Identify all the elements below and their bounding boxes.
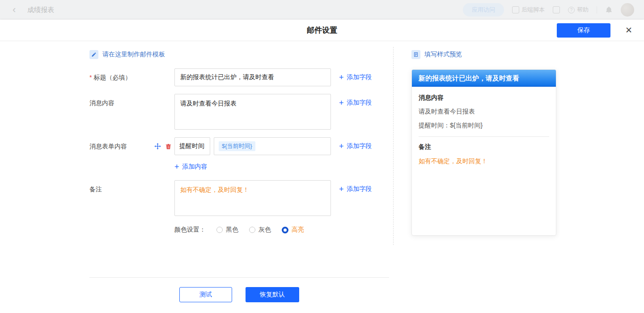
close-icon[interactable]: ✕ xyxy=(625,25,632,35)
backend-script-item[interactable]: 后端脚本 xyxy=(512,6,545,14)
preview-document-icon xyxy=(411,50,420,59)
move-icon[interactable] xyxy=(154,143,161,150)
delete-trash-icon[interactable] xyxy=(165,143,172,150)
plus-icon: + xyxy=(339,142,344,150)
window-icon[interactable] xyxy=(553,6,560,13)
add-field-link-title[interactable]: +添加字段 xyxy=(339,68,372,86)
form-section-header: 请在这里制作邮件模板 xyxy=(89,50,165,59)
footer-buttons: 测试 恢复默认 xyxy=(89,287,389,302)
modal-body: 请在这里制作邮件模板 *标题（必填） +添加字段 消息内容 请及时查看今日报表 … xyxy=(0,41,644,313)
radio-circle-icon[interactable] xyxy=(216,227,223,233)
required-mark: * xyxy=(89,74,92,81)
email-settings-screen: ‹ 成绩报表 应用访问 后端脚本 ? 帮助 邮件设置 xyxy=(0,0,644,313)
bell-icon[interactable] xyxy=(605,6,613,14)
radio-black[interactable]: 黑色 xyxy=(216,226,238,234)
test-button[interactable]: 测试 xyxy=(179,287,232,302)
add-field-link-content[interactable]: +添加字段 xyxy=(339,94,372,112)
plus-icon: + xyxy=(339,185,344,193)
radio-highlight[interactable]: 高亮 xyxy=(282,226,304,234)
app-title: 成绩报表 xyxy=(27,6,54,14)
restore-default-button[interactable]: 恢复默认 xyxy=(246,287,299,302)
variable-tag[interactable]: ${当前时间} xyxy=(219,141,255,151)
preview-card-body: 消息内容 请及时查看今日报表 提醒时间：${当前时间} 备注 如有不确定，及时回… xyxy=(412,87,556,173)
form-section-title: 请在这里制作邮件模板 xyxy=(102,51,165,59)
save-button[interactable]: 保存 xyxy=(557,23,610,38)
preview-section-title: 填写样式预览 xyxy=(424,51,462,59)
form-field-key-input[interactable] xyxy=(174,137,210,155)
content-textarea[interactable]: 请及时查看今日报表 xyxy=(174,94,331,130)
email-template-form: 请在这里制作邮件模板 *标题（必填） +添加字段 消息内容 请及时查看今日报表 … xyxy=(89,41,389,313)
row-action-icons xyxy=(154,137,172,155)
plus-icon: + xyxy=(339,73,344,81)
modal-title: 邮件设置 xyxy=(0,20,644,41)
preview-content-text: 请及时查看今日报表 xyxy=(419,108,549,116)
form-field-value-input[interactable]: ${当前时间} xyxy=(214,137,331,155)
color-settings-label: 颜色设置： xyxy=(174,226,206,234)
edit-pencil-icon xyxy=(89,50,98,59)
preview-time-text: 提醒时间：${当前时间} xyxy=(419,122,549,130)
user-avatar[interactable] xyxy=(621,3,634,17)
title-label: *标题（必填） xyxy=(89,68,131,86)
radio-circle-icon[interactable] xyxy=(249,227,255,233)
topbar-divider xyxy=(597,6,597,13)
app-topbar: ‹ 成绩报表 应用访问 后端脚本 ? 帮助 xyxy=(0,0,644,20)
color-settings-row: 颜色设置： 黑色 灰色 高亮 xyxy=(174,226,304,234)
radio-checked-icon[interactable] xyxy=(282,227,288,233)
form-divider xyxy=(89,277,389,278)
preview-content-label: 消息内容 xyxy=(419,94,549,102)
plus-icon: + xyxy=(339,99,344,107)
help-item[interactable]: ? 帮助 xyxy=(568,6,589,14)
plus-icon: + xyxy=(174,163,179,171)
preview-card-title: 新的报表统计已出炉，请及时查看 xyxy=(412,70,556,87)
preview-section-header: 填写样式预览 xyxy=(411,50,462,59)
modal-header: 邮件设置 保存 ✕ xyxy=(0,20,644,41)
help-icon: ? xyxy=(568,7,575,13)
back-icon[interactable]: ‹ xyxy=(13,0,16,20)
script-icon xyxy=(512,6,519,13)
form-content-label: 消息表单内容 xyxy=(89,137,127,155)
content-label: 消息内容 xyxy=(89,94,114,112)
remark-textarea[interactable]: 如有不确定，及时回复！ xyxy=(174,180,331,216)
radio-gray[interactable]: 灰色 xyxy=(249,226,271,234)
app-access-button[interactable]: 应用访问 xyxy=(463,3,504,17)
add-field-link-form[interactable]: +添加字段 xyxy=(339,137,372,155)
add-field-link-remark[interactable]: +添加字段 xyxy=(339,180,372,198)
preview-divider xyxy=(419,136,549,137)
add-content-link[interactable]: +添加内容 xyxy=(174,162,208,172)
vertical-divider xyxy=(393,47,394,245)
email-settings-modal: 邮件设置 保存 ✕ 请在这里制作邮件模板 *标题（必填） +添加字段 消息内 xyxy=(0,20,644,313)
remark-label: 备注 xyxy=(89,180,102,198)
title-input[interactable] xyxy=(174,68,331,86)
preview-remark-text: 如有不确定，及时回复！ xyxy=(419,157,549,165)
email-preview-card: 新的报表统计已出炉，请及时查看 消息内容 请及时查看今日报表 提醒时间：${当前… xyxy=(411,69,556,236)
preview-remark-label: 备注 xyxy=(419,143,549,151)
